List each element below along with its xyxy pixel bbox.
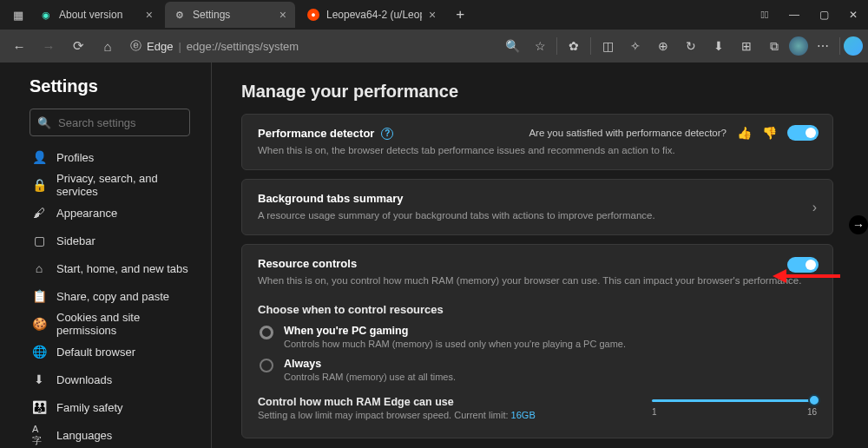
family-icon: 👪 [32,400,46,414]
screenshot-icon[interactable]: ⧉ [761,33,787,59]
search-input[interactable] [58,116,204,129]
settings-content: Manage your performance Performance dete… [212,63,868,448]
new-tab-button[interactable]: + [448,3,472,27]
edge-icon: ⓔ [130,38,141,54]
clipboard-icon: 📋 [32,289,46,303]
sidebar-item-languages[interactable]: A字Languages [12,421,202,448]
globe-icon: 🌐 [32,345,46,359]
home-button[interactable]: ⌂ [94,32,122,60]
ram-slider[interactable]: 1 16 [652,399,817,417]
card-title-text: Resource controls [258,257,357,270]
apps-icon[interactable]: ⊞ [733,33,760,59]
option-desc: Controls RAM (memory) use at all times. [284,372,456,382]
downloads-icon[interactable]: ⬇ [706,33,732,59]
url-origin: Edge [147,40,173,53]
option-title: Always [284,358,456,370]
close-icon[interactable]: × [146,8,153,22]
option-title: When you're PC gaming [284,325,626,337]
card-background-tabs[interactable]: Background tabs summary A resource usage… [241,179,833,235]
sidebar-item-downloads[interactable]: ⬇Downloads [12,366,202,393]
sidebar-item-start[interactable]: ⌂Start, home, and new tabs [12,254,202,282]
lock-icon: 🔒 [32,178,46,192]
home-icon: ⌂ [32,261,46,275]
sidebar-item-label: Share, copy and paste [56,290,169,303]
sidebar-item-family[interactable]: 👪Family safety [12,393,202,421]
slider-title: Control how much RAM Edge can use [258,396,536,408]
extensions-icon[interactable]: ✿ [561,33,587,59]
sidebar-item-label: Family safety [56,401,123,414]
wallet-icon[interactable]: ♡⃝ [750,0,779,30]
split-screen-icon[interactable]: ◫ [595,33,621,59]
tab-actions-button[interactable]: ▦ [5,2,31,28]
sidebar-item-label: Appearance [56,207,117,220]
favorite-icon[interactable]: ☆ [527,33,553,59]
settings-search[interactable]: 🔍 [30,109,190,136]
slider-subtitle: Setting a low limit may impact browser s… [258,410,536,420]
sidebar-item-label: Languages [56,429,112,442]
thumbs-down-icon[interactable]: 👎 [762,126,777,140]
url-separator: | [178,40,181,53]
settings-sidebar: Settings 🔍 👤Profiles 🔒Privacy, search, a… [0,63,212,448]
sidebar-item-default-browser[interactable]: 🌐Default browser [12,338,202,366]
sidebar-item-label: Privacy, search, and services [56,172,202,198]
tab-about-version[interactable]: ◉ About version × [31,2,161,28]
address-bar: ← → ⟳ ⌂ ⓔ Edge | edge://settings/system … [0,30,868,63]
sidebar-item-share[interactable]: 📋Share, copy and paste [12,282,202,310]
slider-max: 16 [807,407,817,417]
choose-when-header: Choose when to control resources [258,303,817,316]
window-controls: ♡⃝ — ▢ ✕ [750,0,868,30]
divider [556,37,557,55]
sidebar-item-label: Start, home, and new tabs [56,262,188,275]
favorites-icon[interactable]: ✧ [622,33,648,59]
collections-icon[interactable]: ⊕ [650,33,676,59]
forward-button[interactable]: → [35,32,62,60]
sidebar-item-label: Profiles [56,151,94,164]
sidebar-item-label: Sidebar [56,234,95,247]
close-window-button[interactable]: ✕ [838,0,868,30]
radio-option-pc-gaming[interactable]: When you're PC gaming Controls how much … [260,325,817,349]
sidebar-item-privacy[interactable]: 🔒Privacy, search, and services [12,171,202,199]
sidebar-item-appearance[interactable]: 🖌Appearance [12,199,202,227]
radio-icon [260,326,273,339]
page-title: Manage your performance [241,82,833,102]
more-menu-icon[interactable]: ⋯ [810,33,836,59]
close-icon[interactable]: × [429,8,436,22]
zoom-icon[interactable]: 🔍 [499,33,525,59]
tab-reddit[interactable]: ● Leopeva64-2 (u/Leopeva64-2) - I × [299,2,444,28]
sidebar-item-cookies[interactable]: 🍪Cookies and site permissions [12,310,202,338]
reddit-icon: ● [307,9,319,21]
satisfaction-question: Are you satisfied with performance detec… [529,128,727,138]
download-icon: ⬇ [32,372,46,386]
info-icon[interactable]: ? [381,128,393,140]
card-desc: When this is on, you control how much RA… [258,273,817,287]
current-limit-link[interactable]: 16GB [511,410,536,420]
card-desc: When this is on, the browser detects tab… [258,143,817,157]
perf-detector-toggle[interactable] [787,125,819,141]
panel-icon: ▢ [32,234,46,247]
history-icon[interactable]: ↻ [678,33,704,59]
copilot-icon[interactable] [844,36,863,56]
maximize-button[interactable]: ▢ [809,0,838,30]
thumbs-up-icon[interactable]: 👍 [737,126,752,140]
minimize-button[interactable]: — [779,0,809,30]
url-field[interactable]: ⓔ Edge | edge://settings/system [123,33,497,59]
tab-label: Settings [193,9,230,21]
divider [590,37,591,55]
tab-label: Leopeva64-2 (u/Leopeva64-2) - I [326,9,422,21]
tab-settings[interactable]: ⚙ Settings × [165,2,295,28]
refresh-button[interactable]: ⟳ [64,32,92,60]
back-button[interactable]: ← [5,32,33,60]
slider-knob[interactable] [808,394,820,406]
resource-controls-toggle[interactable] [787,257,819,273]
profile-avatar[interactable] [789,36,808,56]
radio-option-always[interactable]: Always Controls RAM (memory) use at all … [260,358,817,382]
sidebar-item-profiles[interactable]: 👤Profiles [12,143,202,171]
card-title-text: Performance detector [258,127,374,140]
side-forward-button[interactable]: → [849,215,868,234]
close-icon[interactable]: × [279,8,286,22]
card-resource-controls: Resource controls When this is on, you c… [241,244,833,438]
card-performance-detector: Performance detector ? When this is on, … [241,114,833,170]
sidebar-item-sidebar[interactable]: ▢Sidebar [12,227,202,254]
divider [839,37,840,55]
option-desc: Controls how much RAM (memory) is used o… [284,339,626,349]
